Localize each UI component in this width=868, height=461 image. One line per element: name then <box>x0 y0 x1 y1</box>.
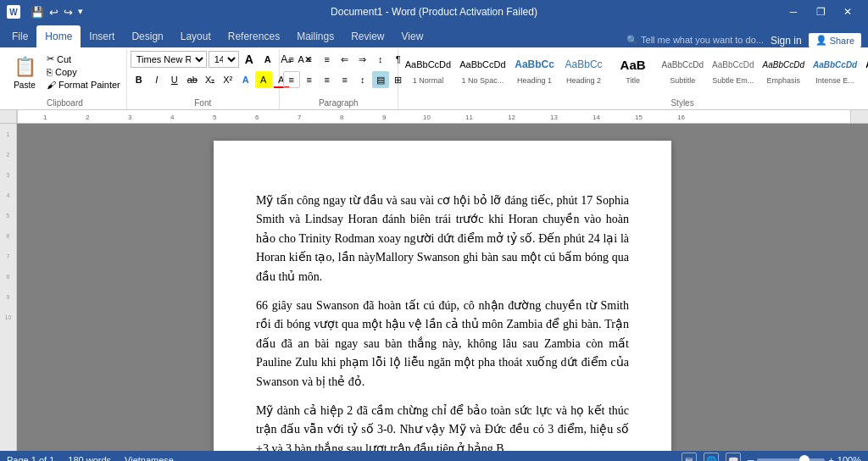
svg-text:5: 5 <box>213 114 217 121</box>
tab-file[interactable]: File <box>3 25 36 47</box>
status-left: Page 1 of 1 180 words Vietnamese <box>7 455 174 461</box>
svg-text:7: 7 <box>298 114 302 121</box>
tab-view[interactable]: View <box>393 25 432 47</box>
style-emphasis-preview: AaBbCcDd <box>763 53 804 76</box>
tab-layout[interactable]: Layout <box>172 25 220 47</box>
center-button[interactable]: ≡ <box>301 71 318 88</box>
tab-mailings[interactable]: Mailings <box>288 25 342 47</box>
style-intense-em[interactable]: AaBbCcDd Intense E... <box>810 51 860 86</box>
print-layout-button[interactable]: ▤ <box>682 453 697 461</box>
zoom-control: ─ + 100% <box>748 455 861 461</box>
style-emphasis[interactable]: AaBbCcDd Emphasis <box>760 51 808 86</box>
underline-button[interactable]: U <box>166 71 183 88</box>
subscript-button[interactable]: X₂ <box>202 71 219 88</box>
style-no-space[interactable]: AaBbCcDd 1 No Spac... <box>456 51 509 86</box>
tab-insert[interactable]: Insert <box>81 25 123 47</box>
align-left-button[interactable]: ≡ <box>283 71 300 88</box>
zoom-in-button[interactable]: + <box>828 455 833 461</box>
tab-design[interactable]: Design <box>123 25 171 47</box>
clipboard-content: 📋 Paste ✂ Cut ⎘ Copy 🖌 Format Painter <box>7 51 123 97</box>
style-strong[interactable]: AaBbCcDd Strong <box>862 51 868 86</box>
font-name-select[interactable]: Times New Ro... <box>131 51 207 68</box>
quick-access-toolbar: 💾 ↩ ↪ ▾ <box>31 6 83 19</box>
svg-text:11: 11 <box>465 114 473 121</box>
style-subtle-em-label: Subtle Em... <box>712 76 754 85</box>
redo-icon[interactable]: ↪ <box>64 6 73 19</box>
document-content[interactable]: Mỹ tấn công ngay từ đầu và sau vài cơ hộ… <box>256 192 629 451</box>
share-button[interactable]: 👤 Share <box>809 33 861 47</box>
paragraph-3: Mỹ dành cả hiệp 2 đã cầm chừng chỉ để bả… <box>256 402 629 451</box>
style-heading2[interactable]: AaBbCc Heading 2 <box>560 51 608 86</box>
line-spacing-button[interactable]: ↕ <box>354 71 371 88</box>
superscript-button[interactable]: X² <box>220 71 236 88</box>
format-painter-icon: 🖌 <box>47 80 56 90</box>
highlight-button[interactable]: A <box>255 71 272 88</box>
svg-text:16: 16 <box>677 114 685 121</box>
style-no-space-preview: AaBbCcDd <box>459 53 505 76</box>
para-row-1: ≡ ≡ ≡ ⇐ ⇒ ↕ ¶ <box>283 51 407 68</box>
align-right-button[interactable]: ≡ <box>319 71 336 88</box>
undo-icon[interactable]: ↩ <box>49 6 58 19</box>
multilevel-button[interactable]: ≡ <box>319 51 336 68</box>
main-area: 1 2 3 4 5 6 7 8 9 10 Mỹ tấn công ngay từ… <box>0 124 868 451</box>
app-icon: W <box>7 5 20 19</box>
shrink-font-button[interactable]: A <box>259 51 276 68</box>
font-size-select[interactable]: 14 <box>209 51 239 68</box>
justify-button[interactable]: ≡ <box>337 71 353 88</box>
zoom-out-button[interactable]: ─ <box>748 455 754 461</box>
minimize-button[interactable]: ─ <box>780 0 807 24</box>
close-button[interactable]: ✕ <box>834 0 861 24</box>
save-icon[interactable]: 💾 <box>31 6 44 19</box>
style-subtitle[interactable]: AaBbCcDd Subtitle <box>659 51 707 86</box>
style-heading2-label: Heading 2 <box>566 76 601 85</box>
sort-button[interactable]: ↕ <box>372 51 389 68</box>
style-normal[interactable]: AaBbCcDd 1 Normal <box>402 51 454 86</box>
svg-text:2: 2 <box>86 114 90 121</box>
style-title[interactable]: AaB Title <box>609 51 657 86</box>
tab-review[interactable]: Review <box>342 25 392 47</box>
grow-font-button[interactable]: A <box>241 51 258 68</box>
read-mode-button[interactable]: 📖 <box>726 453 741 461</box>
style-subtle-em[interactable]: AaBbCcDd Subtle Em... <box>709 51 757 86</box>
strikethrough-button[interactable]: ab <box>184 71 201 88</box>
cut-button[interactable]: ✂ Cut <box>44 53 123 65</box>
share-icon: 👤 <box>815 35 827 46</box>
decrease-indent-button[interactable]: ⇐ <box>337 51 353 68</box>
styles-label: Styles <box>402 97 868 108</box>
svg-text:4: 4 <box>170 114 175 121</box>
zoom-thumb <box>799 455 810 461</box>
bullets-button[interactable]: ≡ <box>283 51 300 68</box>
paragraph-group: ≡ ≡ ≡ ⇐ ⇒ ↕ ¶ ≡ ≡ ≡ ≡ ↕ ▤ ⊞ Paragraph <box>280 49 398 109</box>
language: Vietnamese <box>125 455 174 461</box>
shading-button[interactable]: ▤ <box>372 71 389 88</box>
paste-label: Paste <box>14 81 36 90</box>
clipboard-side: ✂ Cut ⎘ Copy 🖌 Format Painter <box>44 53 123 91</box>
window-controls: ─ ❐ ✕ <box>780 0 861 24</box>
numbering-button[interactable]: ≡ <box>301 51 318 68</box>
sign-in-button[interactable]: Sign in <box>771 35 802 47</box>
italic-button[interactable]: I <box>148 71 165 88</box>
customize-icon[interactable]: ▾ <box>78 6 83 19</box>
document-scroll-area[interactable]: Mỹ tấn công ngay từ đầu và sau vài cơ hộ… <box>17 124 868 451</box>
tab-references[interactable]: References <box>220 25 288 47</box>
style-subtle-em-preview: AaBbCcDd <box>712 53 754 76</box>
paste-button[interactable]: 📋 Paste <box>7 51 42 92</box>
tab-home[interactable]: Home <box>36 25 81 47</box>
style-title-label: Title <box>626 76 640 85</box>
clipboard-group: 📋 Paste ✂ Cut ⎘ Copy 🖌 Format Painter Cl… <box>3 49 127 109</box>
window-title: Document1 - Word (Product Activation Fai… <box>331 6 537 18</box>
search-tell-me[interactable]: 🔍 Tell me what you want to do... <box>626 35 764 46</box>
text-effect-button[interactable]: A <box>237 71 254 88</box>
bold-button[interactable]: B <box>131 71 147 88</box>
increase-indent-button[interactable]: ⇒ <box>354 51 371 68</box>
svg-text:8: 8 <box>340 114 344 121</box>
format-painter-button[interactable]: 🖌 Format Painter <box>44 79 123 91</box>
style-intense-em-preview: AaBbCcDd <box>813 53 857 76</box>
paragraph-label: Paragraph <box>283 97 394 108</box>
style-heading1[interactable]: AaBbCc Heading 1 <box>511 51 559 86</box>
web-layout-button[interactable]: 🌐 <box>704 453 719 461</box>
restore-button[interactable]: ❐ <box>807 0 834 24</box>
copy-button[interactable]: ⎘ Copy <box>44 66 123 78</box>
paragraph-2: 66 giây sau Swanson đã hoàn tất cú đúp, … <box>256 297 629 392</box>
status-right: ▤ 🌐 📖 ─ + 100% <box>682 453 861 461</box>
